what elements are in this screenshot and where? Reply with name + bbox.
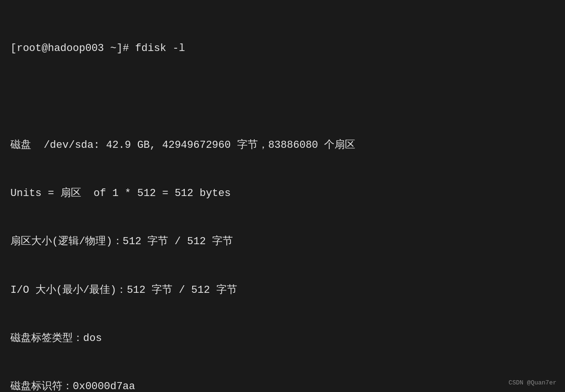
disk-sda-line1: 磁盘 /dev/sda: 42.9 GB, 42949672960 字节，838… xyxy=(10,137,555,153)
disk-sda-line2: Units = 扇区 of 1 * 512 = 512 bytes xyxy=(10,186,555,202)
empty-line xyxy=(10,89,555,105)
terminal-output: [root@hadoop003 ~]# fdisk -l 磁盘 /dev/sda… xyxy=(10,9,555,392)
disk-sda-line4: I/O 大小(最小/最佳)：512 字节 / 512 字节 xyxy=(10,282,555,298)
watermark-label: CSDN @Quan7er xyxy=(509,379,556,386)
disk-sda-line5: 磁盘标签类型：dos xyxy=(10,331,555,347)
prompt-line: [root@hadoop003 ~]# fdisk -l xyxy=(10,41,555,57)
disk-sda-line3: 扇区大小(逻辑/物理)：512 字节 / 512 字节 xyxy=(10,234,555,250)
disk-sda-line6: 磁盘标识符：0x0000d7aa xyxy=(10,379,555,392)
